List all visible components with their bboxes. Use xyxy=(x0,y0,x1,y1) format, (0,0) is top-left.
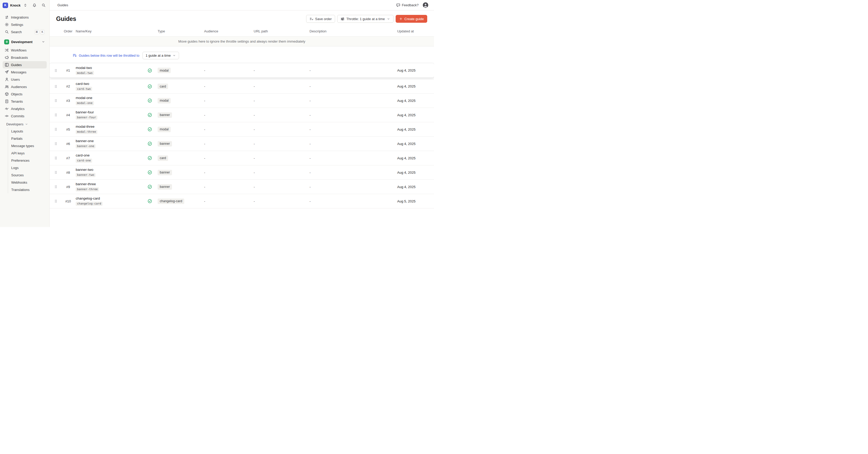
guide-description: - xyxy=(310,185,393,189)
drag-handle-icon[interactable] xyxy=(50,171,62,174)
guide-name: card-one xyxy=(76,153,145,158)
breadcrumb[interactable]: Guides xyxy=(57,3,68,7)
drag-handle-icon[interactable] xyxy=(50,199,62,203)
sidebar-item-label: Broadcasts xyxy=(11,56,28,60)
guide-name: modal-one xyxy=(76,96,145,100)
drag-handle-icon[interactable] xyxy=(50,99,62,103)
guide-key: banner-three xyxy=(76,187,99,192)
guide-row[interactable]: #6 banner-one banner-one banner - - - Au… xyxy=(50,137,434,151)
guide-updated-at: Aug 4, 2025 xyxy=(393,171,434,174)
feedback-bubble-icon xyxy=(396,3,400,7)
guide-type-badge: banner xyxy=(158,112,172,118)
guide-type: banner xyxy=(155,184,204,190)
create-guide-button[interactable]: Create guide xyxy=(396,15,427,23)
guide-key: changelog-card xyxy=(76,202,102,206)
user-icon xyxy=(5,77,9,82)
sidebar-item-commits[interactable]: Commits xyxy=(3,112,47,120)
guide-row[interactable]: #3 modal-one modal-one modal - - - Aug 4… xyxy=(50,93,434,108)
status-check-icon xyxy=(148,199,152,203)
unthrottled-drop-zone[interactable]: Move guides here to ignore the throttle … xyxy=(50,36,434,47)
save-order-button[interactable]: Save order xyxy=(306,15,335,23)
guide-row[interactable]: #1 modal-two modal-two modal - - - Aug 4… xyxy=(50,63,434,78)
guide-status xyxy=(145,199,155,203)
guide-name: changelog-card xyxy=(76,196,145,201)
status-check-icon xyxy=(148,68,152,73)
sidebar-item-webhooks[interactable]: Webhooks xyxy=(8,179,47,186)
drag-handle-icon[interactable] xyxy=(50,142,62,145)
guide-status xyxy=(145,68,155,73)
sidebar-item-broadcasts[interactable]: Broadcasts xyxy=(3,54,47,61)
workspace-name[interactable]: Knock xyxy=(10,3,21,7)
guide-description: - xyxy=(310,142,393,146)
sidebar-item-label: Workflows xyxy=(11,48,27,52)
guide-row[interactable]: #9 banner-three banner-three banner - - … xyxy=(50,180,434,194)
guide-audience: - xyxy=(204,199,254,203)
status-check-icon xyxy=(148,113,152,117)
guide-type-badge: card xyxy=(158,155,168,161)
guide-row[interactable]: #5 modal-three modal-three modal - - - A… xyxy=(50,122,434,137)
sidebar-item-search[interactable]: Search ⌘ K xyxy=(3,28,47,35)
sidebar-item-translations[interactable]: Translations xyxy=(8,186,47,193)
sidebar-item-layouts[interactable]: Layouts xyxy=(8,127,47,135)
guide-name-key: banner-four banner-four xyxy=(74,110,145,120)
search-icon[interactable] xyxy=(41,3,46,7)
sidebar-item-audiences[interactable]: Audiences xyxy=(3,83,47,90)
sidebar-item-analytics[interactable]: Analytics xyxy=(3,105,47,112)
drag-handle-icon[interactable] xyxy=(50,127,62,131)
guide-key: modal-three xyxy=(76,130,97,134)
sidebar-item-partials[interactable]: Partials xyxy=(8,135,47,142)
sidebar-item-objects[interactable]: Objects xyxy=(3,90,47,98)
sidebar-item-guides[interactable]: Guides xyxy=(3,61,47,68)
save-order-label: Save order xyxy=(315,17,332,21)
drag-handle-icon[interactable] xyxy=(50,185,62,189)
environment-switcher[interactable]: Development xyxy=(3,38,47,46)
guide-status xyxy=(145,170,155,175)
column-type: Type xyxy=(155,29,204,33)
drag-handle-icon[interactable] xyxy=(50,85,62,88)
status-check-icon xyxy=(148,170,152,175)
guide-name-key: banner-three banner-three xyxy=(74,182,145,192)
feedback-button[interactable]: Feedback? xyxy=(396,3,418,7)
guide-row[interactable]: #4 banner-four banner-four banner - - - … xyxy=(50,108,434,122)
throttle-divider-label[interactable]: Guides below this row will be throttled … xyxy=(79,54,140,57)
sidebar-item-sources[interactable]: Sources xyxy=(8,171,47,179)
workspace-switcher-icon[interactable] xyxy=(23,3,27,7)
guides-icon xyxy=(5,63,9,67)
developers-section-toggle[interactable]: Developers xyxy=(3,121,47,127)
guide-key: modal-two xyxy=(76,71,94,75)
guide-audience: - xyxy=(204,185,254,189)
throttle-divider-dropdown[interactable]: 1 guide at a time xyxy=(143,52,179,59)
guide-description: - xyxy=(310,113,393,117)
throttle-dropdown-button[interactable]: Throttle: 1 guide at a time xyxy=(337,15,393,23)
guide-updated-at: Aug 5, 2025 xyxy=(393,199,434,203)
page-title: Guides xyxy=(56,16,76,23)
guide-order: #5 xyxy=(62,127,74,132)
sidebar-item-tenants[interactable]: Tenants xyxy=(3,98,47,105)
drag-handle-icon[interactable] xyxy=(50,156,62,160)
sidebar-item-messages[interactable]: Messages xyxy=(3,68,47,76)
sidebar-item-users[interactable]: Users xyxy=(3,76,47,83)
user-avatar[interactable] xyxy=(423,2,428,8)
sidebar-item-logs[interactable]: Logs xyxy=(8,164,47,171)
drag-handle-icon[interactable] xyxy=(50,113,62,117)
sidebar-item-integrations[interactable]: Integrations xyxy=(3,13,47,21)
sidebar: Integrations Settings Search ⌘ K xyxy=(0,10,50,227)
notifications-bell-icon[interactable] xyxy=(32,3,36,7)
sidebar-item-workflows[interactable]: Workflows xyxy=(3,47,47,54)
guide-row[interactable]: #10 changelog-card changelog-card change… xyxy=(50,194,434,208)
sidebar-item-api-keys[interactable]: API keys xyxy=(8,149,47,157)
guide-type: banner xyxy=(155,112,204,118)
guide-row[interactable]: #2 card-two card-two card - - - Aug 4, 2… xyxy=(50,79,434,93)
guide-row[interactable]: #7 card-one card-one card - - - Aug 4, 2… xyxy=(50,151,434,165)
guide-updated-at: Aug 4, 2025 xyxy=(393,84,434,88)
guide-key: card-two xyxy=(76,87,92,91)
sidebar-item-preferences[interactable]: Preferences xyxy=(8,157,47,164)
guide-url-path: - xyxy=(254,142,310,146)
guide-key: banner-four xyxy=(76,115,97,120)
guide-description: - xyxy=(310,156,393,160)
sidebar-item-settings[interactable]: Settings xyxy=(3,21,47,28)
guide-order: #2 xyxy=(62,84,74,88)
guide-row[interactable]: #8 banner-two banner-two banner - - - Au… xyxy=(50,165,434,180)
drag-handle-icon[interactable] xyxy=(50,69,62,73)
sidebar-item-message-types[interactable]: Message types xyxy=(8,142,47,149)
